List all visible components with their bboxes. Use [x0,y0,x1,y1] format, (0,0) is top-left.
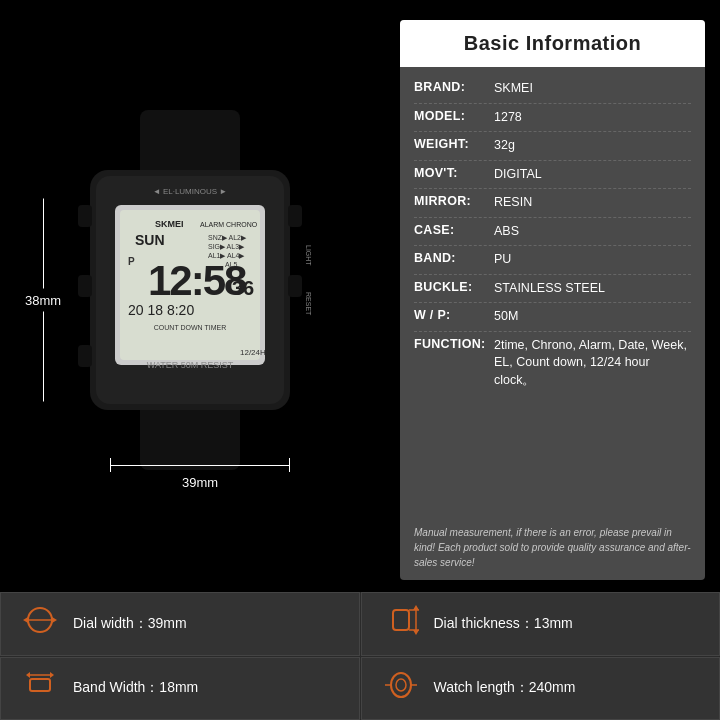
spec-icon [21,667,59,710]
svg-rect-8 [288,275,302,297]
svg-rect-4 [78,205,92,227]
watch-illustration: ◄ EL·LUMINOUS ► SKMEI ALARM CHRONO SNZ▶ … [60,110,340,490]
spec-label: Band Width：18mm [73,679,198,697]
svg-text:SNZ▶ AL2▶: SNZ▶ AL2▶ [208,234,247,241]
info-row-key: MODEL: [414,109,494,123]
info-row: BRAND:SKMEI [414,75,691,104]
svg-text:SIG▶ AL3▶: SIG▶ AL3▶ [208,243,245,250]
info-row-value: STAINLESS STEEL [494,280,691,298]
svg-text:LIGHT: LIGHT [305,245,312,266]
info-row-value: 50M [494,308,691,326]
info-row: W / P:50M [414,303,691,332]
info-row-key: WEIGHT: [414,137,494,151]
spec-icon [21,602,59,645]
svg-rect-32 [393,610,409,630]
watch-svg: ◄ EL·LUMINOUS ► SKMEI ALARM CHRONO SNZ▶ … [60,110,320,470]
info-row-key: FUNCTION: [414,337,494,351]
width-label: 39mm [182,472,218,490]
svg-marker-41 [50,672,54,678]
info-title: Basic Information [400,20,705,67]
info-row-value: PU [494,251,691,269]
svg-point-43 [396,679,406,691]
svg-text:P: P [128,256,135,267]
svg-marker-37 [413,630,419,635]
info-row: CASE:ABS [414,218,691,247]
info-row-key: MIRROR: [414,194,494,208]
info-row: MOV'T:DIGITAL [414,161,691,190]
info-row-value: 32g [494,137,691,155]
svg-marker-31 [52,617,57,623]
svg-text:20  18  8:20: 20 18 8:20 [128,302,194,318]
info-row-value: RESIN [494,194,691,212]
height-label: 38mm [25,289,61,312]
svg-text:RESET: RESET [305,292,312,316]
svg-marker-36 [413,605,419,610]
info-row: FUNCTION:2time, Chrono, Alarm, Date, Wee… [414,332,691,395]
svg-rect-7 [288,205,302,227]
svg-rect-0 [140,110,240,180]
info-row-key: BAND: [414,251,494,265]
main-container: 38mm [0,0,720,720]
info-row: BAND:PU [414,246,691,275]
svg-marker-40 [26,672,30,678]
info-row-key: BRAND: [414,80,494,94]
info-row: BUCKLE:STAINLESS STEEL [414,275,691,304]
top-section: 38mm [0,0,720,590]
svg-rect-6 [78,345,92,367]
svg-text:36: 36 [232,277,254,299]
info-row-value: DIGITAL [494,166,691,184]
info-row-key: CASE: [414,223,494,237]
info-row-key: BUCKLE: [414,280,494,294]
svg-text:SKMEI: SKMEI [155,219,184,229]
svg-text:12/24H: 12/24H [240,348,266,357]
width-dimension: 39mm [100,458,300,490]
svg-marker-30 [23,617,28,623]
spec-icon [382,667,420,710]
svg-text:SUN: SUN [135,232,165,248]
svg-text:ALARM CHRONO: ALARM CHRONO [200,221,258,228]
spec-cell: Dial thickness：13mm [361,592,721,656]
spec-label: Dial thickness：13mm [434,615,573,633]
svg-point-42 [391,673,411,697]
watch-area: 38mm [15,20,385,580]
info-note: Manual measurement, if there is an error… [400,519,705,580]
info-row-key: W / P: [414,308,494,322]
spec-cell: Watch length：240mm [361,657,721,721]
svg-rect-38 [30,679,50,691]
info-row-value: SKMEI [494,80,691,98]
height-dimension: 38mm [25,199,61,402]
info-row-value: 1278 [494,109,691,127]
info-rows: BRAND:SKMEIMODEL:1278WEIGHT:32gMOV'T:DIG… [400,67,705,519]
spec-icon [382,602,420,645]
spec-label: Dial width：39mm [73,615,187,633]
svg-text:COUNT DOWN TIMER: COUNT DOWN TIMER [154,324,226,331]
info-row-key: MOV'T: [414,166,494,180]
info-row: MIRROR:RESIN [414,189,691,218]
info-row-value: 2time, Chrono, Alarm, Date, Week, EL, Co… [494,337,691,390]
info-row: WEIGHT:32g [414,132,691,161]
spec-cell: Dial width：39mm [0,592,360,656]
info-row-value: ABS [494,223,691,241]
svg-rect-5 [78,275,92,297]
spec-label: Watch length：240mm [434,679,576,697]
info-panel: Basic Information BRAND:SKMEIMODEL:1278W… [400,20,705,580]
svg-text:◄ EL·LUMINOUS ►: ◄ EL·LUMINOUS ► [153,187,228,196]
svg-text:WATER 50M RESIST: WATER 50M RESIST [147,360,234,370]
spec-cell: Band Width：18mm [0,657,360,721]
bottom-specs: Dial width：39mmDial thickness：13mmBand W… [0,590,720,720]
info-row: MODEL:1278 [414,104,691,133]
